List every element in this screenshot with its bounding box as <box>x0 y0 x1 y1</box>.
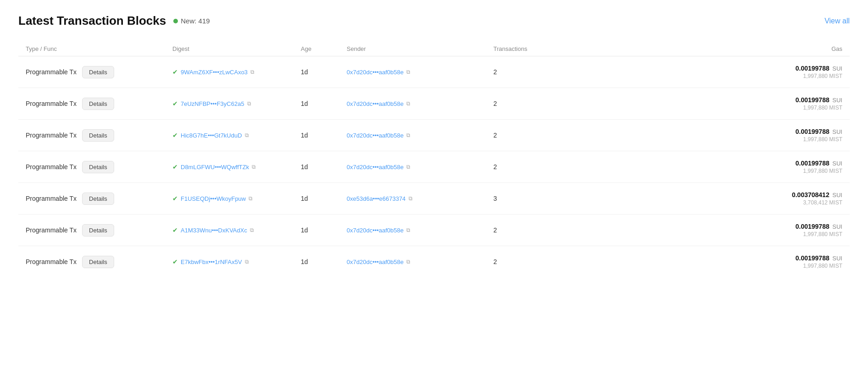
sender-link[interactable]: 0x7d20dc•••aaf0b58e <box>347 164 404 171</box>
tx-count: 2 <box>493 226 567 234</box>
gas-sui-value: 0.00199788 SUI <box>796 254 842 262</box>
gas-sui-value: 0.00199788 SUI <box>796 65 842 72</box>
digest-link[interactable]: D8mLGFWU•••WQwffTZk <box>181 164 249 171</box>
gas-mist-value: 1,997,880 MIST <box>567 73 842 79</box>
sender-copy-icon[interactable]: ⧉ <box>409 195 413 202</box>
gas-mist-value: 1,997,880 MIST <box>567 136 842 143</box>
gas-mist-value: 1,997,880 MIST <box>567 105 842 111</box>
gas-sui-value: 0.00199788 SUI <box>796 128 842 135</box>
col-age: Age <box>301 45 347 52</box>
details-button[interactable]: Details <box>82 193 114 205</box>
view-all-link[interactable]: View all <box>824 17 850 25</box>
gas-mist-value: 1,997,880 MIST <box>567 168 842 174</box>
tx-count: 2 <box>493 132 567 139</box>
sender-link[interactable]: 0x7d20dc•••aaf0b58e <box>347 100 404 107</box>
digest-link[interactable]: 9WAmZ6XF•••zLwCAxo3 <box>181 69 248 76</box>
check-icon: ✔ <box>172 68 178 76</box>
type-func-cell: Programmable Tx Details <box>26 66 172 78</box>
sender-cell: 0x7d20dc•••aaf0b58e ⧉ <box>347 100 493 107</box>
sender-link[interactable]: 0x7d20dc•••aaf0b58e <box>347 69 404 76</box>
sender-cell: 0xe53d6a•••e6673374 ⧉ <box>347 195 493 202</box>
type-func-cell: Programmable Tx Details <box>26 129 172 142</box>
details-button[interactable]: Details <box>82 224 114 237</box>
age-cell: 1d <box>301 226 347 234</box>
sender-link[interactable]: 0x7d20dc•••aaf0b58e <box>347 259 404 265</box>
copy-icon[interactable]: ⧉ <box>252 164 256 170</box>
gas-sui-value: 0.00199788 SUI <box>796 223 842 230</box>
sender-link[interactable]: 0xe53d6a•••e6673374 <box>347 195 406 202</box>
col-type-func: Type / Func <box>26 45 172 52</box>
check-icon: ✔ <box>172 163 178 171</box>
gas-sui-value: 0.00199788 SUI <box>796 160 842 167</box>
sender-cell: 0x7d20dc•••aaf0b58e ⧉ <box>347 132 493 139</box>
table-header-row: Type / Func Digest Age Sender Transactio… <box>18 42 850 56</box>
table-row: Programmable Tx Details ✔ A1M33Wnu•••DxK… <box>18 215 850 246</box>
tx-count: 3 <box>493 195 567 202</box>
sender-copy-icon[interactable]: ⧉ <box>406 227 410 233</box>
sender-link[interactable]: 0x7d20dc•••aaf0b58e <box>347 227 404 234</box>
type-label: Programmable Tx <box>26 163 77 171</box>
sender-cell: 0x7d20dc•••aaf0b58e ⧉ <box>347 69 493 76</box>
gas-sui-value: 0.00199788 SUI <box>796 96 842 104</box>
sender-link[interactable]: 0x7d20dc•••aaf0b58e <box>347 132 404 139</box>
copy-icon[interactable]: ⧉ <box>245 132 249 138</box>
digest-cell: ✔ 9WAmZ6XF•••zLwCAxo3 ⧉ <box>172 68 301 76</box>
type-label: Programmable Tx <box>26 132 77 139</box>
sender-copy-icon[interactable]: ⧉ <box>406 164 410 170</box>
col-sender: Sender <box>347 45 493 52</box>
sender-copy-icon[interactable]: ⧉ <box>406 69 410 75</box>
sender-copy-icon[interactable]: ⧉ <box>406 259 410 265</box>
gas-cell: 0.00199788 SUI 1,997,880 MIST <box>567 223 842 237</box>
gas-cell: 0.00199788 SUI 1,997,880 MIST <box>567 160 842 174</box>
digest-link[interactable]: F1USEQDj•••WkoyFpuw <box>181 195 246 202</box>
details-button[interactable]: Details <box>82 256 114 268</box>
age-cell: 1d <box>301 68 347 76</box>
type-func-cell: Programmable Tx Details <box>26 161 172 173</box>
type-func-cell: Programmable Tx Details <box>26 224 172 237</box>
sender-copy-icon[interactable]: ⧉ <box>406 132 410 138</box>
col-digest: Digest <box>172 45 301 52</box>
gas-cell: 0.00199788 SUI 1,997,880 MIST <box>567 254 842 269</box>
gas-cell: 0.00199788 SUI 1,997,880 MIST <box>567 65 842 79</box>
table-row: Programmable Tx Details ✔ 9WAmZ6XF•••zLw… <box>18 56 850 88</box>
gas-sui-unit: SUI <box>831 223 842 230</box>
sender-copy-icon[interactable]: ⧉ <box>406 100 410 107</box>
details-button[interactable]: Details <box>82 129 114 142</box>
tx-count: 2 <box>493 258 567 265</box>
type-func-cell: Programmable Tx Details <box>26 193 172 205</box>
digest-link[interactable]: Hic8G7hE•••Gt7kUduD <box>181 132 242 139</box>
digest-link[interactable]: A1M33Wnu•••DxKVAdXc <box>181 227 247 234</box>
new-badge: New: 419 <box>173 17 210 25</box>
copy-icon[interactable]: ⧉ <box>250 227 254 233</box>
gas-mist-value: 1,997,880 MIST <box>567 263 842 269</box>
gas-cell: 0.00199788 SUI 1,997,880 MIST <box>567 96 842 111</box>
digest-link[interactable]: E7kbwFbx•••1rNFAx5V <box>181 259 242 265</box>
col-transactions: Transactions <box>493 45 567 52</box>
table-row: Programmable Tx Details ✔ F1USEQDj•••Wko… <box>18 183 850 215</box>
type-label: Programmable Tx <box>26 195 77 202</box>
tx-count: 2 <box>493 68 567 76</box>
gas-sui-unit: SUI <box>831 97 842 104</box>
gas-cell: 0.00199788 SUI 1,997,880 MIST <box>567 128 842 143</box>
age-cell: 1d <box>301 258 347 265</box>
new-count-label: New: 419 <box>181 17 210 25</box>
table-body: Programmable Tx Details ✔ 9WAmZ6XF•••zLw… <box>18 56 850 277</box>
digest-cell: ✔ E7kbwFbx•••1rNFAx5V ⧉ <box>172 258 301 265</box>
copy-icon[interactable]: ⧉ <box>247 100 251 107</box>
copy-icon[interactable]: ⧉ <box>249 195 253 202</box>
details-button[interactable]: Details <box>82 161 114 173</box>
digest-cell: ✔ Hic8G7hE•••Gt7kUduD ⧉ <box>172 132 301 139</box>
gas-sui-unit: SUI <box>831 65 842 72</box>
check-icon: ✔ <box>172 258 178 265</box>
header: Latest Transaction Blocks New: 419 View … <box>18 14 850 28</box>
digest-link[interactable]: 7eUzNFBP•••F3yC62a5 <box>181 100 244 107</box>
details-button[interactable]: Details <box>82 98 114 110</box>
check-icon: ✔ <box>172 195 178 202</box>
details-button[interactable]: Details <box>82 66 114 78</box>
sender-cell: 0x7d20dc•••aaf0b58e ⧉ <box>347 227 493 234</box>
type-label: Programmable Tx <box>26 258 77 265</box>
copy-icon[interactable]: ⧉ <box>250 69 254 75</box>
copy-icon[interactable]: ⧉ <box>245 259 249 265</box>
type-func-cell: Programmable Tx Details <box>26 98 172 110</box>
tx-count: 2 <box>493 100 567 107</box>
